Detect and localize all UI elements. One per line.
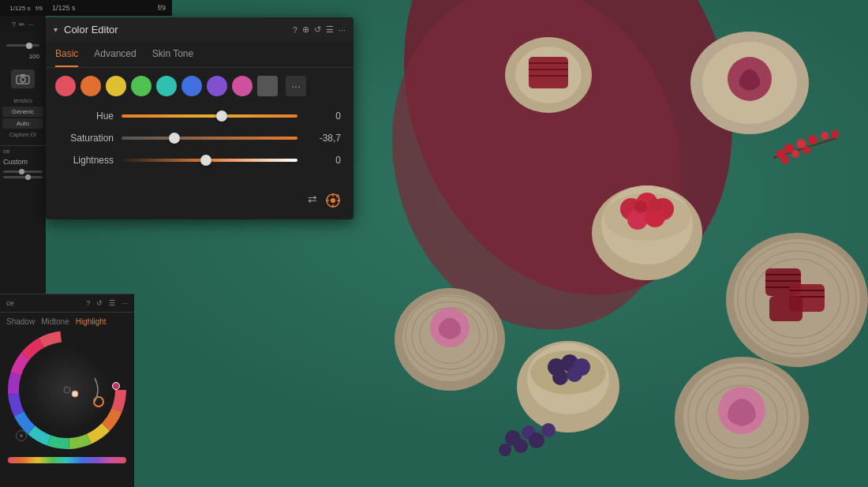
swatch-gray[interactable] [257, 76, 278, 96]
svg-point-56 [514, 439, 528, 453]
custom-label: Custom [0, 156, 46, 167]
svg-point-20 [781, 156, 789, 164]
svg-point-97 [72, 391, 78, 397]
swatch-magenta[interactable] [232, 76, 253, 96]
lightness-slider-thumb[interactable] [200, 155, 211, 166]
svg-point-32 [649, 199, 661, 212]
lightness-label: Lightness [58, 155, 114, 166]
saturation-value: -38,7 [305, 133, 341, 144]
svg-point-76 [331, 198, 335, 203]
panel-tabs: Basic Advanced Skin Tone [46, 42, 354, 68]
mini-slider-1-thumb[interactable] [19, 169, 24, 174]
color-wheel-center-icon[interactable] [16, 430, 27, 441]
svg-rect-45 [769, 296, 803, 321]
auto-button[interactable]: Auto [2, 118, 43, 129]
help-icon[interactable]: ? [293, 25, 297, 35]
more-icon[interactable]: ··· [339, 25, 346, 35]
tab-shadow[interactable]: Shadow [6, 317, 35, 326]
svg-point-18 [821, 132, 829, 140]
color-wheel-panel: ce ? ↺ ☰ ··· Shadow Midtone Highlight [0, 294, 134, 487]
svg-point-21 [791, 150, 799, 158]
top-bar-info: 1/125 s f/9 [9, 5, 43, 12]
swatch-yellow[interactable] [106, 76, 126, 96]
svg-point-22 [803, 146, 810, 154]
ce-label: ce [0, 145, 46, 156]
edit-icon-sidebar[interactable]: ✏ [19, 21, 25, 28]
target-icon[interactable] [325, 193, 341, 212]
mini-slider-2-thumb[interactable] [25, 174, 31, 180]
more-icon-sidebar[interactable]: ··· [28, 21, 35, 28]
swatch-cyan[interactable] [156, 76, 177, 96]
color-wheel-indicator[interactable] [112, 382, 120, 390]
hue-slider-track [122, 114, 297, 118]
lightness-slider-track-container[interactable] [122, 155, 297, 166]
color-wheel-undo-icon[interactable]: ↺ [96, 299, 103, 307]
saturation-slider-row: Saturation -38,7 [58, 133, 341, 144]
shutter-info: 1/125 s [52, 4, 76, 12]
tab-midtone[interactable]: Midtone [41, 317, 69, 326]
swatch-purple[interactable] [207, 76, 227, 96]
color-wheel-ce-label: ce [6, 299, 14, 307]
color-wheel-help-icon[interactable]: ? [86, 299, 90, 307]
capture-label: Capture Or [2, 130, 43, 139]
aperture-info: f/9 [158, 4, 166, 12]
swatch-blue[interactable] [181, 76, 202, 96]
color-wheel-more-icon[interactable]: ··· [122, 299, 128, 307]
swatch-red[interactable] [55, 76, 76, 96]
panel-header: ▾ Color Editor ? ⊕ ↺ ☰ ··· [46, 17, 354, 42]
hue-slider-track-container[interactable] [122, 111, 297, 122]
color-wheel-tabs: Shadow Midtone Highlight [0, 313, 134, 331]
shutter-speed: 1/125 s [9, 5, 30, 12]
svg-point-73 [21, 77, 25, 82]
tab-highlight[interactable]: Highlight [76, 317, 107, 326]
pin-icon[interactable]: ⊕ [302, 24, 309, 35]
lightness-slider-row: Lightness 0 [58, 155, 341, 166]
swatch-orange[interactable] [80, 76, 101, 96]
svg-point-58 [541, 423, 556, 437]
svg-point-19 [831, 130, 839, 138]
lightness-slider-track [122, 159, 297, 162]
undo-icon[interactable]: ↺ [314, 24, 321, 35]
svg-point-59 [499, 444, 511, 456]
lightness-value: 0 [305, 155, 341, 166]
svg-point-31 [634, 200, 647, 213]
help-icon-sidebar[interactable]: ? [12, 21, 16, 28]
color-editor-panel: ▾ Color Editor ? ⊕ ↺ ☰ ··· Basic Advance… [46, 17, 354, 219]
svg-point-57 [529, 433, 544, 448]
panel-collapse-icon[interactable]: ▾ [54, 25, 58, 34]
svg-point-17 [808, 135, 817, 144]
hue-value: 0 [305, 111, 341, 122]
svg-rect-74 [21, 74, 25, 77]
characteristics-label: teristics [0, 96, 46, 105]
color-wheel-header: ce ? ↺ ☰ ··· [0, 294, 134, 313]
sliders-section: Hue 0 Saturation -38,7 Lightness [46, 104, 354, 189]
tab-skin-tone[interactable]: Skin Tone [152, 48, 193, 67]
hue-slider-thumb[interactable] [216, 111, 227, 122]
panel-title: Color Editor [64, 24, 286, 36]
svg-point-53 [567, 366, 582, 382]
hue-label: Hue [58, 111, 114, 122]
panel-toolbar: ? ⊕ ↺ ☰ ··· [293, 24, 346, 35]
menu-icon[interactable]: ☰ [326, 24, 334, 35]
saturation-slider-track [122, 137, 297, 140]
color-swatches-row: ··· [46, 68, 354, 104]
swatch-more-button[interactable]: ··· [286, 76, 306, 96]
color-wheel-area[interactable] [8, 331, 126, 449]
generic-button[interactable]: Generic [2, 107, 43, 117]
swap-icon[interactable]: ⇄ [308, 193, 317, 212]
camera-icon[interactable] [11, 69, 35, 88]
tab-advanced[interactable]: Advanced [94, 48, 136, 67]
color-wheel-menu-icon[interactable]: ☰ [109, 299, 115, 307]
saturation-label: Saturation [58, 133, 114, 144]
svg-rect-9 [529, 57, 568, 88]
saturation-slider-thumb[interactable] [169, 133, 180, 144]
rainbow-gradient-bar [8, 457, 126, 463]
aperture: f/9 [36, 5, 43, 12]
tab-basic[interactable]: Basic [55, 48, 78, 67]
sidebar-slider-thumb[interactable] [26, 43, 32, 49]
svg-point-52 [552, 369, 568, 385]
saturation-slider-track-container[interactable] [122, 133, 297, 144]
swatch-green[interactable] [131, 76, 152, 96]
svg-point-94 [26, 349, 108, 431]
panel-bottom-row: ⇄ [46, 189, 354, 219]
